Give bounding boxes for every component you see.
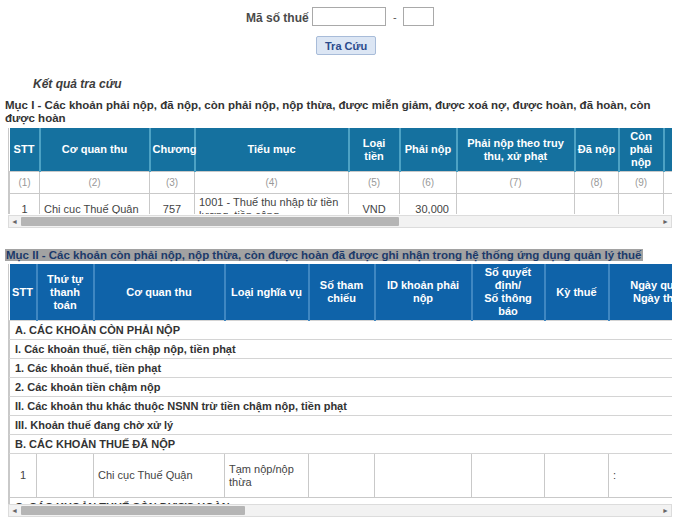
- table2-data-row: 1 Chi cục Thuế Quận Tạm nộp/nộp thừa :: [10, 454, 673, 498]
- col-con-phai-nop: Còn phải nộp: [619, 128, 664, 172]
- group-row-a: A. CÁC KHOẢN CÒN PHẢI NỘP: [10, 321, 673, 340]
- section2-table: STT Thứ tự thanh toán Cơ quan thu Loại n…: [9, 264, 672, 505]
- section1-table-wrapper: STT Cơ quan thu Chương Tiểu mục Loại tiề…: [8, 128, 672, 214]
- table2-header-row: STT Thứ tự thanh toán Cơ quan thu Loại n…: [10, 264, 673, 321]
- scroll-left-icon[interactable]: ◄: [9, 505, 20, 516]
- group-row-1: 1. Các khoản thuế, tiền phạt: [10, 359, 673, 378]
- section2-title-highlight: Mục II - Các khoản còn phải nộp, nộp thừ…: [5, 249, 643, 261]
- group-row-i: I. Các khoản thuế, tiền chập nộp, tiền p…: [10, 340, 673, 359]
- numbering-cell: (7): [457, 172, 575, 194]
- col-loai-tien: Loại tiền: [349, 128, 400, 172]
- col-id-khoan-phai-nop: ID khoản phải nộp: [375, 264, 472, 321]
- scroll-left-icon[interactable]: ◄: [9, 216, 20, 227]
- cell-nop-thua: [664, 194, 673, 215]
- search-button[interactable]: Tra Cứu: [316, 36, 376, 55]
- section1-table: STT Cơ quan thu Chương Tiểu mục Loại tiề…: [9, 128, 672, 214]
- col-loai-nghia-vu: Loại nghĩa vụ: [225, 264, 309, 321]
- tax-code-input[interactable]: [312, 7, 386, 26]
- col-stt: STT: [10, 128, 40, 172]
- col-phai-nop-truy-thu: Phải nộp theo truy thu, xử phạt: [457, 128, 575, 172]
- col-thu-tu-thanh-toan: Thứ tự thanh toán: [37, 264, 94, 321]
- col-ngay-quyet-dinh: Ngày quyết định/ Ngày thông báo: [609, 264, 673, 321]
- cell-so-quyet-dinh: [472, 454, 545, 498]
- cell-id-khoan-phai-nop: [375, 454, 472, 498]
- cell-co-quan-thu: Chi cục Thuế Quận: [40, 194, 150, 215]
- cell-loai-tien: VND: [349, 194, 400, 215]
- col-nop-thua: Nộp thừa: [664, 128, 673, 172]
- numbering-cell: (2): [40, 172, 150, 194]
- numbering-cell: (3): [150, 172, 195, 194]
- branch-code-input[interactable]: [403, 7, 434, 26]
- cell-con-phai-nop: [619, 194, 664, 215]
- col-co-quan-thu: Cơ quan thu: [94, 264, 225, 321]
- tax-code-separator: -: [393, 11, 397, 23]
- numbering-cell: (5): [349, 172, 400, 194]
- cell-phai-nop: 30,000: [400, 194, 457, 215]
- cell-ky-thue: [545, 454, 609, 498]
- section2-title: Mục II - Các khoản còn phải nộp, nộp thừ…: [5, 248, 677, 262]
- section1-title: Mục I - Các khoản phải nộp, đã nộp, còn …: [5, 99, 677, 125]
- cell-ngay-quyet-dinh: :: [609, 454, 673, 498]
- table1-numbering-row: (1) (2) (3) (4) (5) (6) (7) (8) (9): [10, 172, 673, 194]
- col-so-quyet-dinh: Số quyết định/ Số thông báo: [472, 264, 545, 321]
- numbering-cell: (8): [575, 172, 619, 194]
- scroll-right-icon[interactable]: ►: [660, 505, 671, 516]
- table2-scrollbar-thumb[interactable]: [21, 506, 245, 515]
- cell-co-quan-thu: Chi cục Thuế Quận: [94, 454, 225, 498]
- col-ky-thue: Kỳ thuế: [545, 264, 609, 321]
- result-heading: Kết quả tra cứu: [33, 77, 122, 91]
- cell-loai-nghia-vu: Tạm nộp/nộp thừa: [225, 454, 309, 498]
- numbering-cell: (4): [195, 172, 349, 194]
- col-co-quan-thu: Cơ quan thu: [40, 128, 150, 172]
- tax-code-label: Mã số thuế: [246, 11, 309, 25]
- table1-scrollbar-thumb[interactable]: [21, 217, 399, 226]
- cell-chuong: 757: [150, 194, 195, 215]
- col-phai-nop: Phải nộp: [400, 128, 457, 172]
- cell-stt: 1: [10, 194, 40, 215]
- col-chuong: Chương: [150, 128, 195, 172]
- group-row-iii: III. Khoản thuế đang chờ xử lý: [10, 416, 673, 435]
- numbering-cell: (6): [400, 172, 457, 194]
- col-da-nop: Đã nộp: [575, 128, 619, 172]
- cell-phai-nop-truy-thu: [457, 194, 575, 215]
- group-row-2: 2. Các khoản tiền chậm nộp: [10, 378, 673, 397]
- table1-header-row: STT Cơ quan thu Chương Tiểu mục Loại tiề…: [10, 128, 673, 172]
- group-row-ii: II. Các khoản thu khác thuộc NSNN trừ ti…: [10, 397, 673, 416]
- col-tieu-muc: Tiểu mục: [195, 128, 349, 172]
- table1-data-row: 1 Chi cục Thuế Quận 757 1001 - Thuế thu …: [10, 194, 673, 215]
- numbering-cell: [664, 172, 673, 194]
- col-so-tham-chieu: Số tham chiếu: [309, 264, 375, 321]
- cell-da-nop: [575, 194, 619, 215]
- col-stt: STT: [10, 264, 37, 321]
- tax-lookup-page: Mã số thuế - Tra Cứu Kết quả tra cứu Mục…: [0, 0, 680, 517]
- cell-stt: 1: [10, 454, 37, 498]
- cell-thu-tu-thanh-toan: [37, 454, 94, 498]
- cell-so-tham-chieu: [309, 454, 375, 498]
- scroll-right-icon[interactable]: ►: [660, 216, 671, 227]
- cell-tieu-muc: 1001 - Thuế thu nhập từ tiền lương, tiền…: [195, 194, 349, 215]
- section2-table-wrapper: STT Thứ tự thanh toán Cơ quan thu Loại n…: [8, 264, 672, 505]
- numbering-cell: (1): [10, 172, 40, 194]
- table1-horizontal-scrollbar[interactable]: ◄ ►: [8, 215, 672, 228]
- group-row-b: B. CÁC KHOẢN THUẾ ĐÃ NỘP: [10, 435, 673, 454]
- table2-horizontal-scrollbar[interactable]: ◄ ►: [8, 504, 672, 517]
- numbering-cell: (9): [619, 172, 664, 194]
